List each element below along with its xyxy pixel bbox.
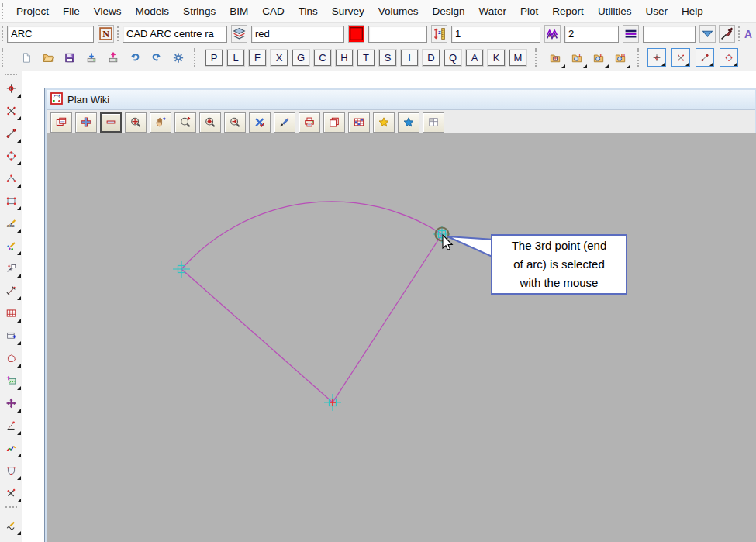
letter-button-f[interactable]: F — [249, 50, 266, 66]
menu-help[interactable]: Help — [675, 5, 710, 17]
menu-views[interactable]: Views — [87, 5, 129, 17]
tin-field[interactable] — [643, 26, 696, 43]
letter-button-h[interactable]: H — [336, 50, 353, 66]
height-ruler-button[interactable]: z — [431, 25, 447, 43]
snap-line-button[interactable] — [696, 48, 714, 67]
draw-polygon-button[interactable] — [2, 348, 21, 368]
angle-point-button[interactable] — [2, 416, 21, 435]
export-button[interactable] — [103, 47, 123, 68]
tin-dropdown-button[interactable] — [699, 25, 716, 43]
letter-button-q[interactable]: Q — [444, 50, 461, 66]
new-file-button[interactable] — [16, 47, 36, 68]
name-box-button[interactable]: N — [98, 25, 114, 43]
colour-swatch-button[interactable] — [348, 25, 364, 43]
toolbar-grip[interactable] — [5, 74, 18, 75]
draw-circle-button[interactable] — [2, 146, 21, 165]
menu-user[interactable]: User — [638, 5, 675, 17]
copy-view-button[interactable] — [323, 112, 345, 133]
zoom-centre-button[interactable] — [199, 112, 221, 133]
draw-text-button[interactable]: abc — [2, 213, 21, 233]
menu-survey[interactable]: Survey — [325, 5, 371, 17]
snap-cross2-button[interactable] — [2, 101, 21, 120]
new-view-button[interactable] — [2, 326, 21, 345]
save-view-button[interactable] — [50, 112, 72, 133]
window-titlebar[interactable]: Plan Wiki — [47, 90, 755, 110]
menu-file[interactable]: File — [56, 5, 87, 17]
menu-design[interactable]: Design — [426, 5, 472, 17]
open-folder-button[interactable] — [38, 47, 58, 68]
eyedropper-button[interactable] — [719, 25, 735, 43]
letter-button-d[interactable]: D — [423, 50, 440, 66]
snap-circle-button[interactable] — [720, 48, 738, 67]
star-yellow-button[interactable] — [373, 112, 395, 133]
text-style-icon[interactable]: A — [743, 25, 756, 43]
toolbar-grip[interactable] — [2, 26, 3, 41]
snap-point-button[interactable] — [647, 48, 666, 67]
toggle-snap-button[interactable] — [249, 112, 271, 133]
menu-models[interactable]: Models — [129, 5, 177, 17]
menu-tins[interactable]: Tins — [292, 5, 325, 17]
pan-hand-button[interactable] — [150, 112, 171, 133]
weight-button[interactable] — [544, 25, 561, 43]
menu-strings[interactable]: Strings — [176, 5, 223, 17]
delete-cross-button[interactable] — [2, 483, 21, 502]
snap-cross-button[interactable] — [671, 48, 690, 67]
paste-point-button[interactable] — [2, 258, 21, 278]
menu-cad[interactable]: CAD — [255, 5, 292, 17]
undo-button[interactable] — [125, 47, 145, 68]
menu-utilities[interactable]: Utilities — [591, 5, 639, 17]
insert-image-button[interactable] — [2, 371, 21, 390]
menu-volumes[interactable]: Volumes — [371, 5, 426, 17]
text-editor-button[interactable] — [2, 538, 21, 542]
zoom-window-button[interactable] — [174, 112, 196, 133]
toolbar-grip[interactable] — [637, 48, 644, 67]
letter-button-a[interactable]: A — [466, 50, 483, 66]
height-field[interactable] — [368, 26, 427, 43]
zoom-extents-button[interactable] — [125, 112, 147, 133]
folder-gear-2-button[interactable]: II — [589, 47, 609, 68]
measure-button[interactable] — [2, 281, 21, 300]
draw-symbol-button[interactable] — [2, 236, 21, 255]
letter-button-m[interactable]: M — [509, 50, 526, 66]
toolbar-grip[interactable] — [2, 3, 8, 19]
style-field[interactable] — [564, 26, 619, 43]
letter-button-g[interactable]: G — [292, 50, 309, 66]
name-field[interactable] — [7, 26, 94, 43]
menu-project[interactable]: Project — [9, 5, 56, 17]
colour-field[interactable] — [251, 26, 344, 43]
toolbar-grip[interactable] — [2, 48, 8, 67]
letter-button-p[interactable]: P — [205, 50, 223, 66]
letter-button-k[interactable]: K — [488, 50, 505, 66]
folder-gear-3-button[interactable]: III — [610, 47, 630, 68]
drawing-canvas[interactable] — [47, 133, 756, 542]
folder-cube-button[interactable] — [545, 47, 565, 68]
toolbar-grip[interactable] — [194, 48, 200, 67]
zoom-out-button[interactable] — [100, 112, 122, 133]
menu-report[interactable]: Report — [545, 5, 591, 17]
move-button[interactable] — [2, 393, 21, 413]
toolbar-grip[interactable] — [535, 48, 541, 67]
zoom-previous-button[interactable] — [224, 112, 246, 133]
grid-table-button[interactable] — [2, 303, 21, 323]
menu-bim[interactable]: BIM — [223, 5, 255, 17]
redo-button[interactable] — [147, 47, 167, 68]
folder-gear-1-button[interactable]: I — [567, 47, 587, 68]
import-button[interactable] — [81, 47, 102, 68]
model-layers-button[interactable] — [231, 25, 247, 43]
letter-button-t[interactable]: T — [357, 50, 375, 66]
toolbar-grip[interactable] — [117, 26, 119, 41]
draw-line-button[interactable] — [2, 123, 21, 143]
window-layout-button[interactable] — [423, 112, 444, 133]
draw-arc-button[interactable] — [2, 168, 21, 188]
letter-button-x[interactable]: X — [271, 50, 288, 66]
grid-settings-button[interactable] — [348, 112, 370, 133]
freehand-draw-button[interactable] — [2, 516, 21, 535]
toolbar-grip[interactable] — [738, 26, 740, 41]
redraw-brush-button[interactable] — [274, 112, 295, 133]
linestyle-button[interactable] — [623, 25, 639, 43]
star-blue-button[interactable] — [398, 112, 419, 133]
settings-gear-button[interactable] — [168, 47, 188, 68]
letter-button-c[interactable]: C — [314, 50, 331, 66]
zoom-in-button[interactable] — [75, 112, 97, 133]
draw-point-button[interactable] — [2, 78, 21, 98]
